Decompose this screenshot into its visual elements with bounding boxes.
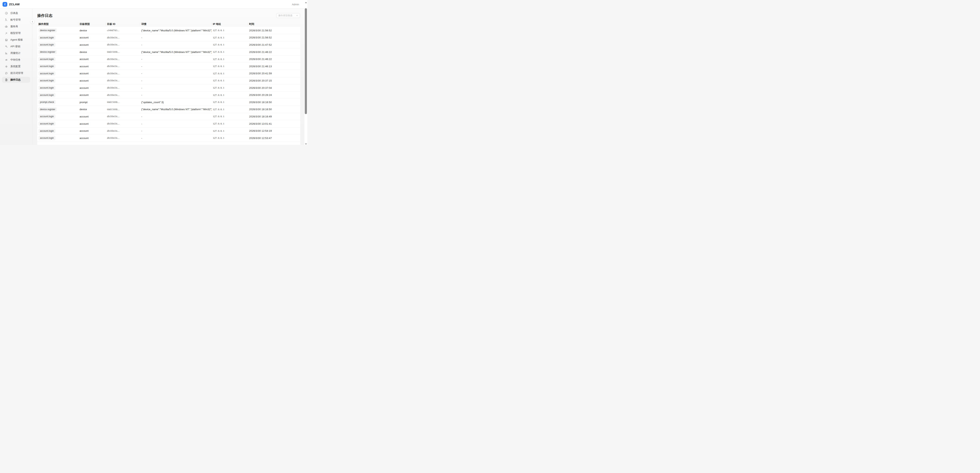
sidebar-item-bar-chart[interactable]: 用量统计: [2, 50, 30, 56]
target-id-cell: 68d150f8...: [106, 48, 140, 56]
table-row: account.loginaccountdb5fb656...-127. 0. …: [37, 34, 300, 41]
page-title: 操作日志: [37, 13, 307, 18]
action-cell: account.login: [37, 63, 78, 70]
ip-cell: 127. 0. 0. 1: [212, 70, 248, 77]
target-id-cell: db5fb656...: [106, 41, 140, 48]
detail-cell: {"device_name":"Mozilla/5.0 (Windows NT"…: [140, 48, 212, 56]
sidebar-item-cloud[interactable]: 服务商: [2, 24, 30, 29]
target-type-cell: account: [78, 127, 106, 134]
gear-icon: [5, 65, 8, 68]
sidebar-item-label: 服务商: [10, 25, 18, 28]
ip-cell: 127. 0. 0. 1: [212, 91, 248, 99]
time-cell: 2026/3/30 18:16:50: [248, 99, 300, 106]
sidebar-item-plug[interactable]: 模型管理: [2, 30, 30, 36]
sidebar-item-gauge[interactable]: 仪表盘: [2, 10, 30, 16]
table-row: account.loginaccountdb5fb656...-127. 0. …: [37, 113, 300, 120]
detail-cell: -: [140, 120, 212, 127]
time-cell: 2026/3/30 20:28:24: [248, 91, 300, 99]
scroll-up-arrow-icon[interactable]: [305, 2, 307, 3]
detail-cell: {"updates_count":3}: [140, 99, 212, 106]
target-id-cell: db5fb656...: [106, 113, 140, 120]
target-id-cell: db5fb656...: [106, 134, 140, 142]
sidebar-item-swap-arrows[interactable]: 中转任务: [2, 57, 30, 63]
sidebar-item-user-search[interactable]: 账号管理: [2, 17, 30, 23]
table-row: account.loginaccountdb5fb656...-127. 0. …: [37, 120, 300, 127]
action-type-chip: account.login: [38, 43, 56, 47]
key-icon: [5, 45, 8, 48]
sidebar-collapse-button[interactable]: [30, 20, 34, 24]
target-type-cell: device: [78, 48, 106, 56]
action-type-chip: account.login: [38, 64, 56, 68]
target-type-cell: account: [78, 41, 106, 48]
time-cell: 2026/3/30 21:46:13: [248, 63, 300, 70]
sidebar-item-chat-bubble[interactable]: 提示词管理: [2, 70, 30, 76]
sidebar-item-document[interactable]: 操作日志: [2, 77, 30, 83]
sidebar-item-robot[interactable]: Agent 模板: [2, 37, 30, 43]
filter-placeholder: 操作类型筛选: [278, 14, 293, 17]
time-cell: 2026/3/30 20:37:15: [248, 77, 300, 84]
action-type-chip: account.login: [38, 86, 56, 90]
action-cell: account.login: [37, 70, 78, 77]
bar-chart-icon: [5, 52, 8, 55]
action-cell: account.login: [37, 127, 78, 134]
action-type-chip: account.login: [38, 93, 56, 97]
detail-cell: -: [140, 134, 212, 142]
action-cell: account.login: [37, 41, 78, 48]
action-cell: device.register: [37, 48, 78, 56]
action-cell: account.login: [37, 34, 78, 41]
action-cell: device.register: [37, 27, 78, 34]
sidebar-item-label: API 密钥: [10, 45, 21, 48]
ip-cell: 127. 0. 0. 1: [212, 120, 248, 127]
column-header: IP 地址: [212, 21, 248, 27]
vertical-scrollbar[interactable]: [304, 0, 307, 145]
detail-cell: -: [140, 70, 212, 77]
time-cell: 2026/3/30 21:46:22: [248, 56, 300, 63]
ip-cell: 127. 0. 0. 1: [212, 106, 248, 113]
time-cell: 2026/3/30 18:16:49: [248, 113, 300, 120]
action-cell: account.login: [37, 56, 78, 63]
detail-cell: -: [140, 56, 212, 63]
action-type-chip: account.login: [38, 136, 56, 140]
ip-cell: 127. 0. 0. 1: [212, 134, 248, 142]
ip-cell: 127. 0. 0. 1: [212, 77, 248, 84]
target-type-cell: account: [78, 120, 106, 127]
admin-user-menu[interactable]: Admin: [292, 0, 299, 9]
action-type-chip: account.login: [38, 57, 56, 61]
ip-cell: 127. 0. 0. 1: [212, 56, 248, 63]
ip-cell: 127. 0. 0. 1: [212, 113, 248, 120]
target-id-cell: db5fb656...: [106, 77, 140, 84]
gauge-icon: [5, 12, 8, 15]
action-cell: account.login: [37, 91, 78, 99]
time-cell: 2026/3/30 21:46:22: [248, 48, 300, 56]
column-header: 详情: [140, 21, 212, 27]
action-type-chip: account.login: [38, 129, 56, 133]
table-row: prompt.checkprompt68d150f8...{"updates_c…: [37, 99, 300, 106]
time-cell: 2026/3/30 13:01:41: [248, 120, 300, 127]
target-type-cell: account: [78, 70, 106, 77]
column-header: 时间: [248, 21, 300, 27]
sidebar-item-label: 提示词管理: [10, 72, 23, 75]
action-type-chip: device.register: [38, 50, 57, 54]
detail-cell: -: [140, 113, 212, 120]
target-type-cell: account: [78, 91, 106, 99]
table-row: device.registerdevice68d150f8...{"device…: [37, 106, 300, 113]
scrollbar-thumb[interactable]: [305, 8, 307, 114]
target-id-cell: db5fb656...: [106, 84, 140, 92]
action-type-chip: account.login: [38, 78, 56, 83]
app-body: 仪表盘账号管理服务商模型管理Agent 模板API 密钥用量统计中转任务系统配置…: [0, 9, 307, 145]
table-row: device.registerdevicecf49d783...{"device…: [37, 27, 300, 34]
top-header: Z ZCLAW Admin: [0, 0, 307, 9]
sidebar-item-gear[interactable]: 系统配置: [2, 64, 30, 69]
table-row: account.loginaccountdb5fb656...-127. 0. …: [37, 56, 300, 63]
ip-cell: 127. 0. 0. 1: [212, 84, 248, 92]
action-type-filter-select[interactable]: 操作类型筛选: [276, 13, 300, 18]
scroll-down-arrow-icon[interactable]: [305, 143, 307, 145]
target-type-cell: account: [78, 84, 106, 92]
main-content: 操作日志 操作类型筛选 操作类型目标类型目标 ID详情IP 地址时间 devic…: [32, 9, 307, 145]
target-id-cell: db5fb656...: [106, 120, 140, 127]
target-type-cell: account: [78, 134, 106, 142]
target-id-cell: db5fb656...: [106, 91, 140, 99]
target-type-cell: account: [78, 113, 106, 120]
sidebar-item-key[interactable]: API 密钥: [2, 43, 30, 49]
detail-cell: -: [140, 34, 212, 41]
